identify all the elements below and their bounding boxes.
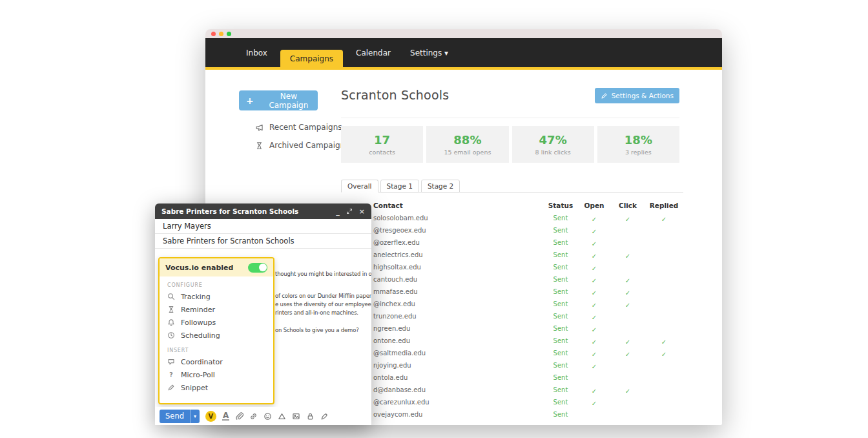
cell-contact: mmafase.edu bbox=[341, 288, 544, 295]
popup-item-scheduling[interactable]: Scheduling bbox=[160, 329, 273, 342]
cell-open: ✓ bbox=[577, 249, 611, 261]
table-row[interactable]: ovejaycom.eduSent bbox=[341, 408, 683, 421]
check-icon: ✓ bbox=[625, 351, 630, 358]
vocus-toggle[interactable] bbox=[248, 263, 267, 273]
settings-actions-button[interactable]: Settings & Actions bbox=[595, 88, 679, 103]
vocus-enabled-label: Vocus.io enabled bbox=[165, 264, 233, 272]
cell-replied: ✓ bbox=[645, 212, 683, 224]
cell-open: ✓ bbox=[577, 322, 611, 335]
check-icon: ✓ bbox=[661, 216, 666, 223]
cell-open: ✓ bbox=[577, 261, 611, 273]
table-row[interactable]: anelectrics.eduSent✓✓ bbox=[341, 249, 683, 261]
image-button[interactable] bbox=[292, 412, 300, 421]
new-campaign-button[interactable]: + New Campaign bbox=[239, 90, 318, 110]
nav-tab-inbox[interactable]: Inbox bbox=[236, 38, 277, 67]
cell-status: Sent bbox=[544, 288, 577, 295]
stats-row: 17contacts88%15 email opens47%8 link cli… bbox=[341, 126, 679, 163]
cell-open: ✓ bbox=[577, 224, 611, 236]
check-icon: ✓ bbox=[592, 240, 597, 247]
link-button[interactable] bbox=[249, 412, 258, 421]
table-row[interactable]: trunzone.eduSent✓ bbox=[341, 310, 683, 322]
subject-field[interactable]: Sabre Printers for Scranton Schools bbox=[155, 234, 371, 249]
popup-item-label: Followups bbox=[181, 318, 216, 327]
format-icon[interactable]: A bbox=[222, 412, 229, 421]
popup-item-micro-poll[interactable]: ?Micro-Poll bbox=[160, 368, 273, 381]
cell-replied: ✓ bbox=[645, 347, 683, 359]
table-row[interactable]: solosolobam.eduSent✓✓✓ bbox=[341, 212, 683, 224]
zoom-window-button[interactable] bbox=[227, 32, 231, 36]
popup-item-tracking[interactable]: Tracking bbox=[160, 290, 273, 303]
table-row[interactable]: highsoltax.eduSent✓ bbox=[341, 261, 683, 273]
check-icon: ✓ bbox=[592, 253, 597, 260]
stat-value: 18% bbox=[625, 133, 652, 147]
col-header-contact: Contact bbox=[341, 202, 544, 209]
recipient-field[interactable]: Larry Mayers bbox=[155, 219, 371, 234]
check-icon: ✓ bbox=[625, 253, 630, 260]
tab-stage-2[interactable]: Stage 2 bbox=[421, 180, 460, 193]
pen-button[interactable] bbox=[320, 412, 329, 421]
popup-item-coordinator[interactable]: Coordinator bbox=[160, 355, 273, 368]
confidential-icon bbox=[306, 412, 315, 421]
stage-tabs: OverallStage 1Stage 2 bbox=[341, 178, 683, 193]
popup-item-reminder[interactable]: Reminder bbox=[160, 303, 273, 316]
table-row[interactable]: ngreen.eduSent✓ bbox=[341, 322, 683, 335]
table-row[interactable]: cantouch.eduSent✓✓ bbox=[341, 273, 683, 286]
tab-stage-1[interactable]: Stage 1 bbox=[380, 180, 419, 193]
question-icon: ? bbox=[167, 371, 175, 379]
table-row[interactable]: mmafase.eduSent✓✓ bbox=[341, 286, 683, 298]
check-icon: ✓ bbox=[625, 388, 630, 395]
cell-contact: ngreen.edu bbox=[341, 325, 544, 332]
tab-overall[interactable]: Overall bbox=[341, 180, 378, 193]
close-window-button[interactable] bbox=[211, 32, 216, 36]
check-icon: ✓ bbox=[661, 351, 666, 358]
table-row[interactable]: ontone.eduSent✓✓✓ bbox=[341, 335, 683, 347]
table-row[interactable]: @ozerflex.eduSent✓ bbox=[341, 236, 683, 249]
table-row[interactable]: @inchex.eduSent✓✓ bbox=[341, 298, 683, 310]
emoji-button[interactable] bbox=[264, 412, 272, 421]
nav-tab-calendar[interactable]: Calendar bbox=[346, 38, 400, 67]
popup-item-label: Snippet bbox=[181, 384, 208, 392]
nav-tab-settings[interactable]: Settings ▾ bbox=[400, 38, 458, 67]
send-options-caret[interactable]: ▾ bbox=[190, 410, 200, 423]
popup-item-followups[interactable]: Followups bbox=[160, 316, 273, 329]
expand-icon[interactable] bbox=[346, 208, 353, 214]
col-header-open: Open bbox=[577, 202, 611, 209]
cell-open: ✓ bbox=[577, 347, 611, 359]
compose-body-line: e uses the diversity of our employees to bbox=[275, 301, 371, 308]
table-row[interactable]: @tresgeoex.eduSent✓ bbox=[341, 224, 683, 236]
check-icon: ✓ bbox=[592, 400, 597, 407]
cell-status: Sent bbox=[544, 399, 577, 406]
cell-open: ✓ bbox=[577, 310, 611, 322]
contacts-table: ContactStatusOpenClickRepliedsolosolobam… bbox=[341, 199, 683, 421]
toolbar-icons: VA bbox=[205, 411, 329, 422]
cell-contact: njoying.edu bbox=[341, 362, 544, 369]
compose-title: Sabre Printers for Scranton Schools bbox=[161, 207, 298, 215]
popup-item-snippet[interactable]: Snippet bbox=[160, 381, 273, 394]
cell-status: Sent bbox=[544, 214, 577, 222]
close-icon[interactable]: × bbox=[359, 208, 365, 215]
send-button[interactable]: Send bbox=[160, 410, 190, 423]
confidential-button[interactable] bbox=[306, 412, 315, 421]
nav-tab-campaigns[interactable]: Campaigns bbox=[280, 50, 343, 67]
table-row[interactable]: njoying.eduSent✓ bbox=[341, 359, 683, 371]
compose-titlebar[interactable]: Sabre Printers for Scranton Schools _ × bbox=[155, 203, 371, 219]
cell-click: ✓ bbox=[611, 298, 645, 310]
sidebar-item-archived-campaigns[interactable]: Archived Campaigns bbox=[255, 141, 349, 150]
table-row[interactable]: ontola.eduSent bbox=[341, 371, 683, 384]
drive-button[interactable] bbox=[278, 412, 286, 421]
pen-icon bbox=[320, 412, 329, 421]
sidebar-item-recent-campaigns[interactable]: Recent Campaigns bbox=[255, 123, 349, 132]
minimize-icon[interactable]: _ bbox=[336, 208, 340, 215]
table-row[interactable]: d@danbase.eduSent✓✓ bbox=[341, 384, 683, 396]
minimize-window-button[interactable] bbox=[219, 32, 223, 36]
compose-body[interactable]: thought you might be interested in one o… bbox=[155, 249, 371, 407]
vocus-icon[interactable]: V bbox=[205, 411, 216, 422]
compose-toolbar: Send ▾ VA bbox=[155, 407, 371, 425]
popup-item-label: Scheduling bbox=[181, 331, 220, 340]
table-row[interactable]: @carezunlux.eduSent✓ bbox=[341, 396, 683, 408]
vocus-popup: Vocus.io enabled CONFIGURETrackingRemind… bbox=[158, 257, 274, 404]
window-titlebar[interactable] bbox=[205, 29, 722, 38]
attach-button[interactable] bbox=[235, 412, 243, 421]
table-row[interactable]: @saltmedia.eduSent✓✓✓ bbox=[341, 347, 683, 359]
settings-actions-label: Settings & Actions bbox=[612, 92, 674, 99]
